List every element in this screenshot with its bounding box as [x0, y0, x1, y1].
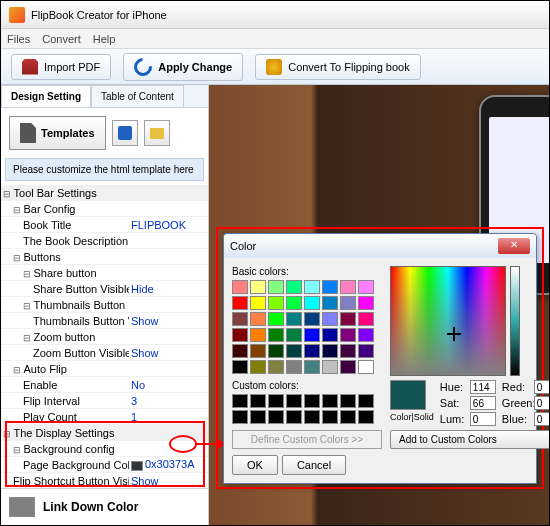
basic-color-swatch[interactable] [304, 296, 320, 310]
basic-color-swatch[interactable] [232, 328, 248, 342]
cancel-button[interactable]: Cancel [282, 455, 346, 475]
val-page-bg[interactable]: 0x30373A [129, 458, 208, 470]
prop-book-desc[interactable]: The Book Description [1, 235, 129, 247]
custom-color-swatch[interactable] [268, 394, 284, 408]
custom-color-swatch[interactable] [322, 410, 338, 424]
custom-color-swatch[interactable] [358, 394, 374, 408]
basic-color-swatch[interactable] [322, 344, 338, 358]
green-input[interactable] [534, 396, 550, 410]
prop-thumbs-visible[interactable]: Thumbnails Button V... [1, 315, 129, 327]
import-pdf-button[interactable]: Import PDF [11, 54, 111, 80]
tab-table-of-content[interactable]: Table of Content [91, 85, 184, 107]
basic-color-swatch[interactable] [322, 312, 338, 326]
prop-enable[interactable]: Enable [1, 379, 129, 391]
convert-button[interactable]: Convert To Flipping book [255, 54, 420, 80]
custom-color-swatch[interactable] [340, 394, 356, 408]
basic-color-swatch[interactable] [286, 344, 302, 358]
custom-color-swatch[interactable] [232, 410, 248, 424]
prop-play-count[interactable]: Play Count [1, 411, 129, 423]
custom-color-swatch[interactable] [250, 394, 266, 408]
basic-color-swatch[interactable] [304, 360, 320, 374]
basic-color-swatch[interactable] [250, 280, 266, 294]
basic-color-swatch[interactable] [340, 328, 356, 342]
val-play-count[interactable]: 1 [129, 411, 208, 423]
sat-input[interactable] [470, 396, 496, 410]
dialog-close-button[interactable]: ✕ [498, 238, 530, 254]
basic-color-swatch[interactable] [322, 296, 338, 310]
basic-color-swatch[interactable] [340, 344, 356, 358]
basic-color-swatch[interactable] [268, 360, 284, 374]
color-spectrum[interactable] [390, 266, 506, 376]
basic-color-swatch[interactable] [358, 328, 374, 342]
prop-flip-shortcut[interactable]: Flip Shortcut Button Visible [1, 475, 129, 487]
custom-color-swatch[interactable] [340, 410, 356, 424]
basic-color-swatch[interactable] [286, 312, 302, 326]
basic-color-swatch[interactable] [268, 328, 284, 342]
open-template-button[interactable] [144, 120, 170, 146]
custom-color-swatch[interactable] [304, 394, 320, 408]
custom-color-swatch[interactable] [250, 410, 266, 424]
basic-color-swatch[interactable] [286, 360, 302, 374]
basic-color-swatch[interactable] [250, 312, 266, 326]
basic-color-swatch[interactable] [304, 328, 320, 342]
basic-color-swatch[interactable] [268, 344, 284, 358]
basic-color-swatch[interactable] [286, 296, 302, 310]
basic-color-swatch[interactable] [340, 312, 356, 326]
basic-color-swatch[interactable] [250, 360, 266, 374]
custom-color-swatch[interactable] [358, 410, 374, 424]
basic-color-swatch[interactable] [340, 296, 356, 310]
basic-color-swatch[interactable] [322, 328, 338, 342]
custom-color-swatch[interactable] [268, 410, 284, 424]
lum-input[interactable] [470, 412, 496, 426]
save-template-button[interactable] [112, 120, 138, 146]
basic-color-swatch[interactable] [322, 280, 338, 294]
basic-color-swatch[interactable] [232, 296, 248, 310]
red-input[interactable] [534, 380, 550, 394]
prop-page-bg[interactable]: Page Background Color [1, 459, 129, 471]
basic-color-swatch[interactable] [358, 312, 374, 326]
val-share-visible[interactable]: Hide [129, 283, 208, 295]
menu-convert[interactable]: Convert [42, 33, 81, 45]
custom-color-swatch[interactable] [304, 410, 320, 424]
group-thumbnails[interactable]: Thumbnails Button [1, 299, 129, 311]
basic-color-swatch[interactable] [286, 280, 302, 294]
basic-color-swatch[interactable] [250, 344, 266, 358]
basic-color-swatch[interactable] [358, 296, 374, 310]
basic-color-swatch[interactable] [232, 280, 248, 294]
group-zoom[interactable]: Zoom button [1, 331, 129, 343]
custom-color-swatch[interactable] [286, 410, 302, 424]
basic-color-swatch[interactable] [286, 328, 302, 342]
basic-color-swatch[interactable] [340, 280, 356, 294]
custom-color-swatch[interactable] [232, 394, 248, 408]
group-auto-flip[interactable]: Auto Flip [1, 363, 129, 375]
basic-color-swatch[interactable] [358, 344, 374, 358]
basic-color-swatch[interactable] [250, 328, 266, 342]
prop-book-title[interactable]: Book Title [1, 219, 129, 231]
hue-input[interactable] [470, 380, 496, 394]
group-toolbar-settings[interactable]: Tool Bar Settings [1, 187, 129, 199]
basic-color-swatch[interactable] [304, 344, 320, 358]
menu-help[interactable]: Help [93, 33, 116, 45]
group-bg-config[interactable]: Background config [1, 443, 129, 455]
basic-color-swatch[interactable] [304, 280, 320, 294]
val-book-title[interactable]: FLIPBOOK [129, 219, 208, 231]
basic-color-swatch[interactable] [340, 360, 356, 374]
group-share-button[interactable]: Share button [1, 267, 129, 279]
add-to-custom-button[interactable]: Add to Custom Colors [390, 430, 550, 449]
basic-color-swatch[interactable] [268, 280, 284, 294]
group-bar-config[interactable]: Bar Config [1, 203, 129, 215]
property-grid[interactable]: Tool Bar Settings Bar Config Book TitleF… [1, 185, 208, 488]
val-thumbs-visible[interactable]: Show [129, 315, 208, 327]
basic-color-swatch[interactable] [268, 296, 284, 310]
basic-color-swatch[interactable] [250, 296, 266, 310]
basic-color-swatch[interactable] [268, 312, 284, 326]
templates-button[interactable]: Templates [9, 116, 106, 150]
apply-change-button[interactable]: Apply Change [123, 53, 243, 81]
val-flip-shortcut[interactable]: Show [129, 475, 208, 487]
custom-color-swatch[interactable] [322, 394, 338, 408]
luminance-slider[interactable] [510, 266, 520, 376]
val-flip-interval[interactable]: 3 [129, 395, 208, 407]
blue-input[interactable] [534, 412, 550, 426]
prop-zoom-visible[interactable]: Zoom Button Visible [1, 347, 129, 359]
basic-color-swatch[interactable] [304, 312, 320, 326]
